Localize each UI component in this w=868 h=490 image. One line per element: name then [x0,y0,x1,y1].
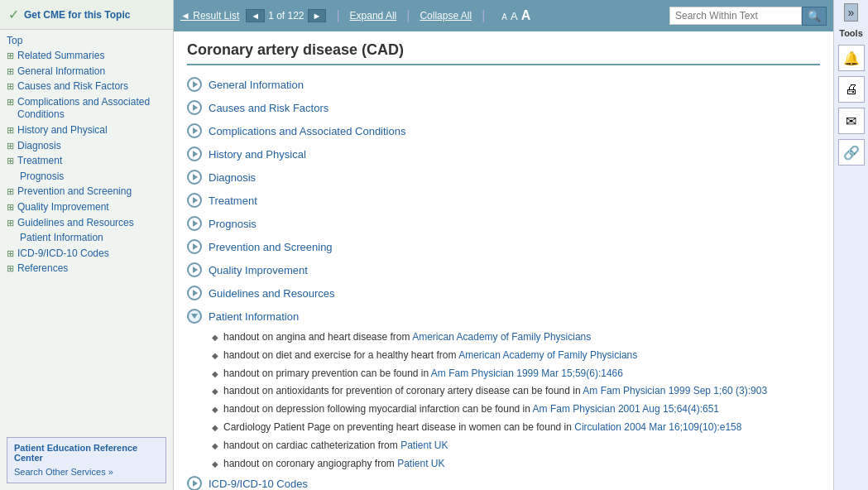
result-list-link[interactable]: ◄ Result List [180,10,239,22]
section-link[interactable]: ICD-9/ICD-10 Codes [209,478,308,490]
item-link[interactable]: Am Fam Physician 1999 Mar 15;59(6):1466 [431,368,623,379]
sidebar-link[interactable]: Causes and Risk Factors [17,80,128,94]
section-expand-arrow[interactable] [187,286,202,300]
section-link[interactable]: Treatment [209,195,257,207]
section-general-information[interactable]: General Information [187,75,820,94]
sidebar-link[interactable]: References [17,262,68,276]
item-link[interactable]: Patient UK [400,440,448,451]
item-link[interactable]: Circulation 2004 Mar 16;109(10):e158 [574,421,741,433]
cme-label: Get CME for this Topic [24,9,130,21]
section-complications[interactable]: Complications and Associated Conditions [187,122,820,140]
section-link[interactable]: Prevention and Screening [209,241,333,253]
section-link[interactable]: Diagnosis [209,171,256,184]
nav-count: 1 of 122 [268,10,304,22]
section-history-physical[interactable]: History and Physical [187,145,820,163]
sidebar-item-related-summaries[interactable]: ⊞ Related Summaries [7,50,166,63]
sidebar-item-diagnosis[interactable]: ⊞ Diagnosis [7,140,166,153]
section-collapse-arrow[interactable] [187,309,202,324]
section-expand-arrow[interactable] [187,216,202,231]
sidebar-link[interactable]: History and Physical [17,124,108,137]
search-within-button[interactable]: 🔍 [802,7,827,26]
section-link[interactable]: Guidelines and Resources [209,287,334,300]
expand-icon: ⊞ [7,248,14,259]
tools-label: Tools [839,28,863,38]
sidebar-item-history-physical[interactable]: ⊞ History and Physical [7,124,166,137]
section-link[interactable]: Quality Improvement [209,264,308,276]
sidebar-item-patient-information[interactable]: Patient Information [7,232,166,245]
sidebar-link[interactable]: Related Summaries [17,50,104,63]
sidebar-link[interactable]: Complications and Associated Conditions [17,96,166,122]
section-expand-arrow[interactable] [187,100,202,115]
sidebar-link[interactable]: Treatment [17,155,62,168]
search-other-link[interactable]: Search Other Services » [14,467,113,477]
sidebar-item-icd-codes[interactable]: ⊞ ICD-9/ICD-10 Codes [7,247,166,261]
section-link[interactable]: General Information [209,79,304,91]
link-tool-button[interactable]: 🔗 [838,139,865,166]
search-within-input[interactable] [669,7,802,25]
font-medium-button[interactable]: A [511,10,518,22]
section-causes-risk-factors[interactable]: Causes and Risk Factors [187,98,820,117]
collapse-all-link[interactable]: Collapse All [420,10,472,22]
sidebar-item-references[interactable]: ⊞ References [7,262,166,276]
alert-tool-button[interactable]: 🔔 [838,45,865,71]
section-expand-arrow[interactable] [187,476,202,490]
bullet: ◆ [212,459,218,468]
font-small-button[interactable]: A [501,12,507,22]
section-treatment[interactable]: Treatment [187,191,820,209]
section-expand-arrow[interactable] [187,170,202,185]
section-icd-codes[interactable]: ICD-9/ICD-10 Codes [187,474,820,490]
sidebar-link[interactable]: Patient Information [20,232,103,245]
section-prognosis[interactable]: Prognosis [187,214,820,233]
sidebar-link[interactable]: Quality Improvement [17,201,109,214]
section-link[interactable]: Prognosis [209,218,257,230]
expand-all-link[interactable]: Expand All [350,10,397,22]
collapse-panel-button[interactable]: » [844,3,859,22]
nav-prev-button[interactable]: ◄ [246,9,265,22]
sidebar-item-prognosis[interactable]: Prognosis [7,171,166,184]
sidebar-item-guidelines-resources[interactable]: ⊞ Guidelines and Resources [7,217,166,230]
sidebar-link[interactable]: Guidelines and Resources [17,217,134,230]
item-link[interactable]: American Academy of Family Physicians [458,349,637,361]
patient-info-item: ◆ handout on cardiac catheterization fro… [212,439,820,453]
section-guidelines-resources[interactable]: Guidelines and Resources [187,284,820,302]
print-tool-button[interactable]: 🖨 [838,76,865,103]
patient-info-item: ◆ handout on coronary angiography from P… [212,457,820,471]
sidebar-link[interactable]: Prognosis [20,171,64,184]
sidebar-item-quality-improvement[interactable]: ⊞ Quality Improvement [7,201,166,214]
section-link[interactable]: Causes and Risk Factors [209,102,328,114]
sidebar-link[interactable]: Diagnosis [17,140,61,153]
sidebar-link[interactable]: ICD-9/ICD-10 Codes [17,247,109,261]
sidebar-top-link[interactable]: Top [7,35,166,46]
patient-info-item: ◆ handout on diet and exercise for a hea… [212,348,820,363]
cme-button[interactable]: ✓ Get CME for this Topic [0,0,173,30]
item-link[interactable]: American Academy of Family Physicians [412,331,591,343]
section-expand-arrow[interactable] [187,193,202,208]
sidebar-link[interactable]: Prevention and Screening [17,185,132,199]
section-link[interactable]: Patient Information [209,310,299,323]
sidebar-link[interactable]: General Information [17,65,105,79]
font-large-button[interactable]: A [521,8,531,23]
section-expand-arrow[interactable] [187,262,202,277]
section-link[interactable]: Complications and Associated Conditions [209,125,405,137]
section-patient-information[interactable]: Patient Information [187,307,820,325]
section-expand-arrow[interactable] [187,147,202,161]
section-diagnosis[interactable]: Diagnosis [187,168,820,186]
sidebar-item-general-information[interactable]: ⊞ General Information [7,65,166,79]
section-expand-arrow[interactable] [187,239,202,254]
section-link[interactable]: History and Physical [209,148,306,161]
section-prevention-screening[interactable]: Prevention and Screening [187,238,820,256]
item-link[interactable]: Am Fam Physician 2001 Aug 15;64(4):651 [533,403,719,415]
item-link[interactable]: Patient UK [397,458,444,469]
nav-next-button[interactable]: ► [308,9,327,22]
section-expand-arrow[interactable] [187,123,202,138]
item-link[interactable]: Am Fam Physician 1999 Sep 1;60 (3):903 [583,385,767,396]
email-tool-button[interactable]: ✉ [838,108,865,134]
sidebar-item-prevention-screening[interactable]: ⊞ Prevention and Screening [7,185,166,199]
section-quality-improvement[interactable]: Quality Improvement [187,261,820,279]
section-expand-arrow[interactable] [187,77,202,92]
sidebar-item-treatment[interactable]: ⊞ Treatment [7,155,166,168]
item-text: handout on antioxidants for prevention o… [223,384,767,398]
item-text: Cardiology Patient Page on preventing he… [223,420,741,435]
sidebar-item-causes-risk-factors[interactable]: ⊞ Causes and Risk Factors [7,80,166,94]
sidebar-item-complications[interactable]: ⊞ Complications and Associated Condition… [7,96,166,122]
